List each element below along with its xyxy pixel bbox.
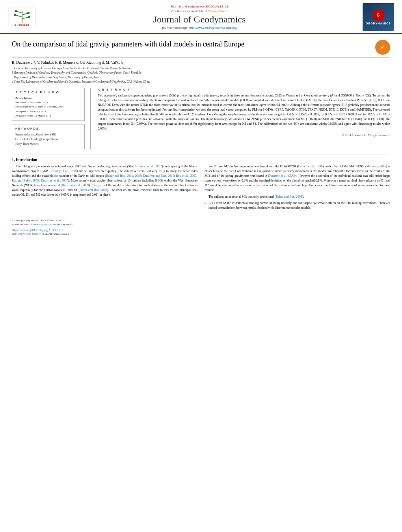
right-column: A B S T R A C T Two accurately calibrate… <box>98 88 390 149</box>
affiliations: a Catholic University of Louvain, George… <box>12 66 390 84</box>
doi-line: http://dx.doi.org/10.1016/j.jng.2014.02.… <box>12 228 390 232</box>
bullet-2: – A 5 s error on the instrumental time l… <box>205 201 390 210</box>
main-content: On the comparison of tidal gravity param… <box>0 34 402 242</box>
svg-point-9 <box>14 14 16 16</box>
svg-point-10 <box>28 16 30 18</box>
keyword-1: Superconducting Gravimeter (SG) <box>15 132 81 137</box>
journal-logo: G GEODYNAMICS <box>363 3 394 31</box>
svg-point-8 <box>27 12 30 14</box>
email-person: (B. Ducarme). <box>57 223 73 226</box>
footnote-corresponding: * Corresponding author. Tel.: +32 102252… <box>12 219 390 223</box>
article-history: Article history: Received 15 September 2… <box>15 96 81 118</box>
article-info-heading: A R T I C L E I N F O <box>15 91 81 94</box>
section-1-title: 1. Introduction <box>12 158 390 162</box>
left-column: A R T I C L E I N F O Article history: R… <box>12 88 91 149</box>
journal-ref: Journal of Geodynamics 80 (2014) 12–19 <box>170 5 228 8</box>
page: ELSEVIER Journal of Geodynamics 80 (2014… <box>0 0 402 532</box>
journal-ref-line: Journal of Geodynamics 80 (2014) 12–19 <box>44 5 355 8</box>
homepage-label: journal homepage: <box>162 26 188 30</box>
ref-baker-bos-2003[interactable]: Baker and Bos, 2003 <box>276 195 302 198</box>
keyword-3: Body Tides Models <box>15 142 81 146</box>
body-left-text: The tidal gravity observations obtained … <box>12 164 197 197</box>
bullet-dash-2: – <box>205 201 206 206</box>
email-link[interactable]: bf.ducarme@gmail.com <box>30 223 57 226</box>
footnote-email: E-mail address: bf.ducarme@gmail.com (B.… <box>12 222 390 227</box>
footnote-section: * Corresponding author. Tel.: +32 102252… <box>12 216 390 236</box>
article-info-box: A R T I C L E I N F O Article history: R… <box>12 88 85 121</box>
body-section: 1. Introduction The tidal gravity observ… <box>12 154 390 212</box>
keyword-2: Ocean Tides Loading Computations <box>15 137 81 142</box>
homepage-link[interactable]: http://www.elsevier.com/locate/jog <box>189 26 236 30</box>
history-label: Article history: <box>15 96 81 100</box>
received-date: Received 15 September 2013 <box>15 100 81 105</box>
svg-text:ELSEVIER: ELSEVIER <box>15 24 30 26</box>
ref-baker2001[interactable]: Baker and Bos, 2001, 2003; Ducarme and S… <box>12 174 197 182</box>
contents-line: Contents lists available at ScienceDirec… <box>44 9 355 13</box>
ref-mathews[interactable]: Mathews, 2001 <box>367 165 386 168</box>
article-info-abstract-columns: A R T I C L E I N F O Article history: R… <box>12 88 390 149</box>
bullet-1-text: The calibration of several SGs was only … <box>208 195 304 199</box>
journal-logo-icon: G <box>372 9 384 21</box>
ref-dehant[interactable]: Dehant et al., 1999 <box>298 165 322 168</box>
ref-baker2003[interactable]: Baker and Bos, 2003 <box>80 188 107 192</box>
bullet-dash-1: – <box>205 195 206 199</box>
affiliation-a: a Catholic University of Louvain, George… <box>12 66 390 70</box>
available-date: Available online 12 March 2014 <box>15 114 81 118</box>
elsevier-logo-image: ELSEVIER <box>8 7 36 27</box>
contents-label: Contents lists available at <box>171 9 207 13</box>
ref-crossley[interactable]: Crossley et al., 1999 <box>50 169 77 173</box>
authors-section: B. Ducarme a,*, V. Pálinkáš b, B. Meurer… <box>12 61 390 65</box>
doi-link[interactable]: http://dx.doi.org/10.1016/j.jng.2014.02.… <box>12 228 63 232</box>
body-left-col: The tidal gravity observations obtained … <box>12 164 197 212</box>
copyright-line: © 2014 Elsevier Ltd. All rights reserved… <box>98 133 390 137</box>
ref-ducarme2009[interactable]: Ducarme et al., 2009 <box>62 184 89 187</box>
affiliation-c: c Department of Meteorology and Geophysi… <box>12 75 390 80</box>
section-number: 1. <box>12 158 15 162</box>
journal-header: ELSEVIER Journal of Geodynamics 80 (2014… <box>0 0 402 34</box>
paper-title: On the comparison of tidal gravity param… <box>12 40 375 49</box>
affiliation-b: b Research Institute of Geodesy, Topogra… <box>12 70 390 75</box>
header-center: Journal of Geodynamics 80 (2014) 12–19 C… <box>36 5 363 30</box>
bullet-1: – The calibration of several SGs was onl… <box>205 195 390 199</box>
keywords-heading: Keywords: <box>15 127 81 130</box>
email-label: E-mail address: <box>12 223 29 226</box>
section-title-text: Introduction <box>16 158 37 162</box>
svg-point-7 <box>15 10 17 12</box>
crossmark-badge: ✓ <box>375 40 390 55</box>
sciencedirect-link[interactable]: ScienceDirect <box>208 9 227 13</box>
body-right-text: For O1 and M2 the best agreement was fou… <box>205 164 390 210</box>
body-columns: The tidal gravity observations obtained … <box>12 164 390 212</box>
homepage-line: journal homepage: http://www.elsevier.co… <box>44 26 355 30</box>
svg-text:✓: ✓ <box>380 44 385 50</box>
body-right-col: For O1 and M2 the best agreement was fou… <box>205 164 390 212</box>
keywords-box: Keywords: Superconducting Gravimeter (SG… <box>12 124 85 149</box>
svg-text:G: G <box>377 13 380 17</box>
journal-logo-label: GEODYNAMICS <box>366 22 391 25</box>
ref-ducarme2009b[interactable]: Ducarme et al. (2009) <box>268 174 297 178</box>
authors-line: B. Ducarme a,*, V. Pálinkáš b, B. Meurer… <box>12 61 123 65</box>
bullet-2-text: A 5 s error on the instrumental time lag… <box>208 201 390 210</box>
revised-date: Received in revised form 17 February 201… <box>15 105 81 109</box>
intro-para-right-1: For O1 and M2 the best agreement was fou… <box>205 164 390 193</box>
abstract-heading: A B S T R A C T <box>98 88 390 91</box>
accepted-date: Accepted 23 February 2014 <box>15 109 81 114</box>
elsevier-logo: ELSEVIER <box>8 7 36 27</box>
affiliation-d: d State Key Laboratory of Geodesy and Ea… <box>12 80 390 84</box>
ref-hinderer[interactable]: Hinderer et al., 2007 <box>135 165 162 168</box>
abstract-text: Two accurately calibrated superconductin… <box>98 93 390 131</box>
paper-title-section: On the comparison of tidal gravity param… <box>12 40 390 57</box>
intro-para-1: The tidal gravity observations obtained … <box>12 164 197 197</box>
journal-title-header: Journal of Geodynamics <box>44 14 355 25</box>
rights-line: 0264-3707/© 2014 Elsevier Ltd. All right… <box>12 232 390 236</box>
